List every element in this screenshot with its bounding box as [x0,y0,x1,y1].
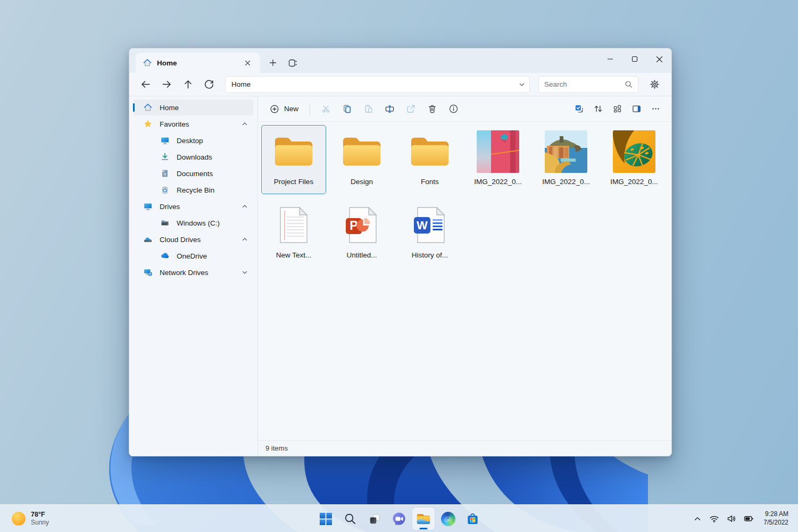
file-tile-text-document[interactable]: New Text... [261,198,326,268]
sidebar-item-downloads[interactable]: Downloads [134,149,253,165]
volume-icon[interactable] [724,508,739,529]
chevron-down-icon[interactable] [242,269,248,276]
view-controls [569,100,665,118]
chevron-up-icon[interactable] [242,121,248,127]
details-pane-icon [631,104,642,114]
settings-gear-icon[interactable] [645,76,664,94]
sidebar-label: Downloads [177,153,212,161]
sidebar-item-recycle-bin[interactable]: Recycle Bin [134,182,253,198]
photo-thumbnail-climbing-wall [477,130,519,173]
teams-chat-button[interactable] [388,508,410,530]
task-view-button[interactable] [363,508,386,530]
file-explorer-taskbar-button[interactable] [412,508,435,530]
maximize-button[interactable] [622,48,647,70]
chevron-up-icon[interactable] [242,203,248,210]
sidebar-item-desktop[interactable]: Desktop [134,132,253,148]
paste-button[interactable] [358,100,379,118]
sidebar: Home Favorites Desktop Downloads [129,96,258,456]
forward-button[interactable] [157,76,176,94]
window-body: Home Favorites Desktop Downloads [129,96,671,456]
taskbar-app-icons [314,505,484,532]
battery-icon[interactable] [741,508,757,529]
tab-home[interactable]: Home [136,53,260,73]
edge-browser-button[interactable] [437,508,459,530]
file-name: IMG_2022_0... [474,178,521,186]
copy-button[interactable] [336,100,358,118]
search-box[interactable] [538,76,638,93]
file-tile-image[interactable]: IMG_2022_0... [466,125,530,194]
start-button[interactable] [314,508,337,530]
new-tab-button[interactable] [265,55,280,70]
sidebar-item-network-drives[interactable]: Network Drives [134,264,253,280]
windows-logo-icon [319,512,332,526]
sidebar-item-favorites[interactable]: Favorites [134,116,253,132]
sidebar-label: Desktop [177,137,203,145]
sidebar-item-documents[interactable]: Documents [134,165,253,181]
details-pane-button[interactable] [627,100,646,118]
search-taskbar-button[interactable] [339,508,361,530]
sidebar-label: Cloud Drives [160,236,201,244]
clock-widget[interactable]: 9:28 AM 7/5/2022 [758,510,792,527]
file-tile-powerpoint[interactable]: P Untitled... [329,198,394,268]
sidebar-item-cloud-drives[interactable]: Cloud Drives [134,231,253,247]
rename-button[interactable] [379,100,400,118]
photo-thumbnail-coastal-village [545,130,587,173]
address-dropdown-icon[interactable] [519,81,525,88]
content-area: New [258,96,671,456]
file-explorer-window: Home [129,48,672,456]
delete-button[interactable] [421,100,443,118]
file-tile-folder[interactable]: Design [329,125,394,194]
close-button[interactable] [647,48,671,70]
address-input[interactable] [231,80,519,88]
clock-date: 7/5/2022 [763,519,788,527]
file-tile-word[interactable]: W History of... [397,198,462,268]
chevron-up-icon[interactable] [242,236,248,243]
sidebar-item-drives[interactable]: Drives [134,198,253,214]
recycle-bin-icon [160,185,170,195]
share-button[interactable] [400,100,421,118]
sort-button[interactable] [588,100,608,118]
address-bar[interactable] [225,76,530,93]
select-all-button[interactable] [569,100,588,118]
search-icon [344,512,356,525]
weather-condition: Sunny [31,519,49,526]
up-button[interactable] [178,76,197,94]
sidebar-label: Network Drives [160,269,209,277]
chat-icon [392,512,406,526]
sidebar-item-onedrive[interactable]: OneDrive [134,248,253,264]
ellipsis-icon [651,104,661,114]
file-name: Fonts [421,178,439,186]
new-button[interactable]: New [263,100,305,118]
tab-overview-icon[interactable] [285,55,300,70]
microsoft-store-button[interactable] [461,508,484,530]
view-options-button[interactable] [608,100,627,118]
trash-icon [427,104,437,114]
weather-temperature: 78°F [31,511,49,519]
task-view-icon [368,512,381,526]
sidebar-item-windows-c[interactable]: Windows (C:) [134,215,253,231]
properties-button[interactable] [443,100,464,118]
search-input[interactable] [544,80,625,88]
hidden-icons-chevron[interactable] [690,508,705,529]
weather-widget[interactable]: 78°F Sunny [3,507,57,530]
wifi-icon[interactable] [706,508,722,529]
text-file-icon [272,204,315,246]
sidebar-label: Home [160,104,179,112]
status-bar: 9 items [258,440,671,456]
minimize-button[interactable] [598,48,622,70]
file-tile-image[interactable]: IMG_2022_0... [534,125,598,194]
more-options-button[interactable] [646,100,665,118]
navigation-bar [129,73,671,96]
file-tile-folder[interactable]: Project Files [261,125,326,194]
file-tile-folder[interactable]: Fonts [397,125,462,194]
refresh-button[interactable] [200,76,219,94]
file-name: IMG_2022_0... [610,178,658,186]
sidebar-item-home[interactable]: Home [134,99,253,115]
cut-button[interactable] [315,100,336,118]
toolbar-separator [310,103,310,115]
plus-circle-icon [270,104,279,114]
clock-time: 9:28 AM [763,510,788,519]
tab-close-icon[interactable] [240,55,255,70]
back-button[interactable] [136,76,155,94]
file-tile-image[interactable]: IMG_2022_0... [602,125,667,194]
